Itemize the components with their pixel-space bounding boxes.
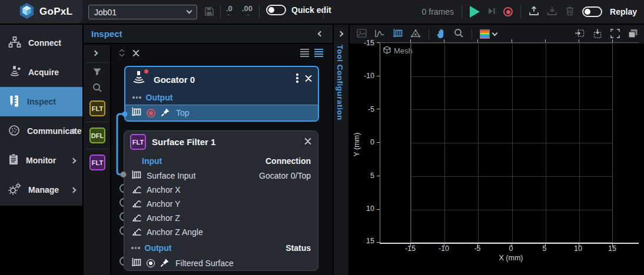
x-tick-label: 10 (574, 244, 582, 253)
tool-badge-flt-1[interactable]: FLT (89, 100, 105, 116)
input-row-anchor-z[interactable]: Anchor Z (124, 211, 318, 225)
top-axis-ticks (410, 39, 613, 42)
sidebar-item-communicate[interactable]: Communicate (0, 116, 82, 146)
job-select[interactable]: Job01 (88, 5, 197, 19)
record-output-icon[interactable] (147, 259, 155, 267)
expand-tool-configuration-button[interactable] (338, 31, 344, 37)
layout-views-icon[interactable] (628, 29, 638, 40)
sidebar-item-manage[interactable]: Manage (0, 175, 82, 204)
x-tick-label: -5 (474, 244, 480, 253)
fit-vertical-icon[interactable] (593, 29, 602, 40)
video-view-icon[interactable] (357, 29, 367, 39)
arrow-left-icon: ← (226, 12, 232, 16)
decrease-decimals-button[interactable]: .0 ← (226, 5, 233, 16)
y-tick-label: -5 (354, 105, 374, 113)
job-select-value: Job01 (94, 8, 117, 17)
record-output-icon[interactable] (147, 109, 155, 118)
tool-badge-dfl[interactable]: DFL (89, 128, 105, 143)
collapse-panel-button[interactable] (318, 31, 324, 37)
record-button[interactable] (503, 7, 513, 16)
download-button[interactable] (547, 6, 557, 18)
sidebar-item-monitor[interactable]: Monitor (0, 146, 82, 175)
sensor-icon (8, 65, 21, 79)
compact-view-button[interactable] (300, 49, 309, 57)
status-column-label: Status (286, 243, 311, 253)
divider (462, 5, 462, 18)
sidebar-item-label: Manage (28, 185, 59, 194)
filter-icon[interactable] (92, 68, 102, 78)
search-icon[interactable] (92, 83, 102, 95)
delete-button[interactable] (565, 6, 575, 18)
input-connection-value: Gocator 0/Top (259, 171, 311, 180)
input-row-anchor-z-angle[interactable]: Anchor Z Angle (124, 225, 318, 239)
chevron-down-icon (187, 8, 192, 14)
upload-button[interactable] (529, 6, 539, 18)
pan-tool-icon[interactable] (437, 28, 446, 41)
sidebar-item-inspect[interactable]: Inspect (0, 87, 82, 116)
collapse-card-button[interactable] (304, 138, 312, 147)
divider (472, 29, 472, 39)
top-bar: GoPxL Job01 .0 ← .00 → Quick edit 0 fram… (0, 0, 644, 24)
input-row-surface-input[interactable]: Surface Input Gocator 0/Top (124, 169, 318, 183)
card-title: Gocator 0 (154, 75, 195, 85)
gocator-output-top[interactable]: Top (125, 105, 318, 120)
zoom-tool-icon[interactable] (454, 28, 464, 40)
y-tick-label: 15 (354, 237, 374, 245)
gocator-tool-card[interactable]: Gocator 0 Output Top (124, 66, 319, 122)
input-row-anchor-y[interactable]: Anchor Y (124, 197, 318, 211)
sidebar-item-label: Inspect (27, 97, 56, 106)
sidebar-item-acquire[interactable]: Acquire (0, 58, 82, 87)
x-tick-label: 15 (608, 244, 616, 253)
pin-icon[interactable] (160, 258, 170, 269)
anchor-icon (132, 199, 142, 210)
divider (220, 5, 221, 18)
replay-toggle[interactable] (582, 6, 602, 17)
detailed-view-button[interactable] (314, 49, 323, 57)
surface-filter-tool-card[interactable]: FLT Surface Filter 1 Input Connection Su… (124, 130, 318, 271)
x-axis-title: X (mm) (487, 254, 535, 262)
quick-edit-toggle[interactable] (266, 5, 286, 15)
fullscreen-icon[interactable] (610, 29, 620, 40)
expand-tool-list-button[interactable] (92, 51, 98, 56)
collapse-all-button[interactable] (132, 49, 140, 59)
divider (429, 29, 429, 39)
surface-view-icon[interactable] (393, 28, 403, 40)
fit-horizontal-icon[interactable] (575, 29, 585, 39)
mesh-view-icon[interactable] (410, 29, 421, 40)
step-forward-button[interactable] (487, 7, 496, 17)
y-tick-label: -15 (354, 39, 374, 47)
divider (520, 5, 521, 18)
increase-decimals-button[interactable]: .00 → (242, 5, 253, 16)
colormap-select[interactable] (480, 29, 497, 39)
frames-count: 0 frames (422, 7, 454, 16)
live-status-dot (144, 69, 148, 73)
tool-badge-flt-2[interactable]: FLT (89, 155, 105, 170)
pin-icon[interactable] (161, 108, 170, 119)
app-logo: GoPxL (0, 0, 82, 24)
kebab-menu-icon[interactable] (296, 73, 298, 83)
tool-configuration-strip[interactable]: Tool Configuration (334, 25, 348, 275)
output-section-label: Output (146, 93, 173, 102)
anchor-icon (132, 227, 142, 238)
sort-tools-button[interactable] (119, 49, 125, 59)
divider (259, 5, 260, 18)
output-section-label: Output (145, 243, 172, 253)
output-item-label: Top (176, 108, 190, 118)
inspect-panel-header: Inspect (84, 25, 333, 44)
output-row-filtered-surface[interactable]: Filtered Surface (124, 256, 318, 271)
arrow-right-icon: → (244, 12, 250, 16)
top-frame-line (380, 42, 639, 43)
inspect-panel: Inspect FLT DFL FLT Gocator 0 O (84, 25, 333, 275)
x-tick-label: 5 (543, 244, 547, 253)
input-row-anchor-x[interactable]: Anchor X (124, 183, 318, 197)
collapse-card-button[interactable] (304, 75, 313, 84)
anchor-icon (132, 185, 142, 196)
sidebar-item-label: Monitor (26, 156, 56, 165)
save-job-button[interactable] (204, 6, 214, 18)
sidebar-item-connect[interactable]: Connect (0, 28, 82, 58)
input-label: Anchor Z (147, 213, 180, 223)
input-label: Anchor X (147, 185, 181, 194)
play-button[interactable] (470, 6, 480, 18)
profile-view-icon[interactable] (374, 29, 385, 39)
x-tick-label: -15 (405, 244, 416, 253)
